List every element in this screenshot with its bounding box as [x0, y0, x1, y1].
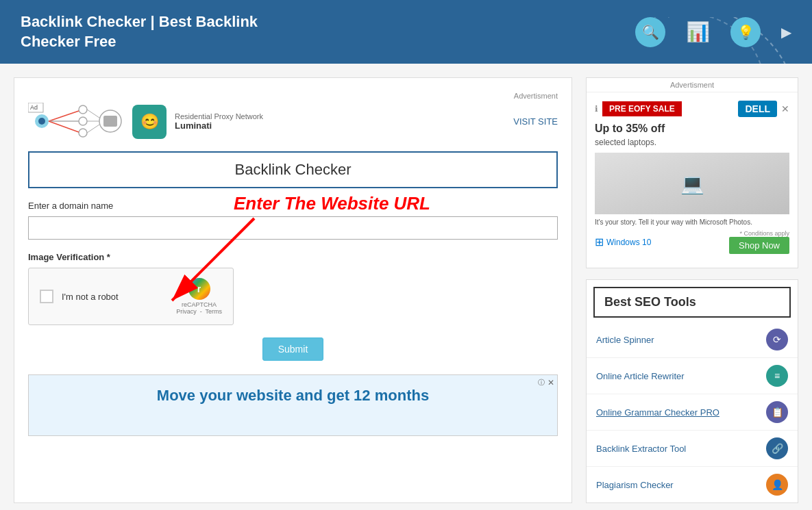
article-spinner-link[interactable]: Article Spinner: [596, 335, 654, 345]
shop-now-button[interactable]: Shop Now: [729, 237, 789, 254]
dell-ad-header: ℹ PRE EOFY SALE DELL ✕: [595, 101, 789, 117]
right-panel: Advertisment ℹ PRE EOFY SALE DELL ✕ Up t…: [586, 77, 798, 503]
bottom-ad-text: Move your website and get 12 months: [40, 386, 546, 406]
seo-tool-item-rewriter[interactable]: Online Article Rewriter ≡: [587, 358, 798, 394]
grammar-checker-link[interactable]: Online Grammar Checker PRO: [596, 407, 719, 418]
network-diagram: Ad: [28, 103, 124, 140]
seo-tool-item-grammar[interactable]: Online Grammar Checker PRO 📋: [587, 394, 798, 431]
svg-line-7: [49, 121, 79, 132]
rewriter-icon: ≡: [766, 365, 788, 387]
dell-footer-text: It's your story. Tell it your way with M…: [595, 218, 789, 226]
cursor-icon: ▶: [781, 24, 791, 40]
header-title-line1: Backlink Checker | Best Backlink: [21, 13, 258, 30]
bottom-ad: ⓘ ✕ Move your website and get 12 months: [28, 374, 558, 436]
plagiarism-icon: 👤: [766, 474, 788, 496]
header-icons: 🔍 📊 💡 ▶: [635, 17, 791, 47]
bottom-ad-info: ⓘ: [538, 378, 545, 387]
recaptcha-brand: reCAPTCHA: [176, 301, 222, 308]
left-panel: Advertisment Ad: [14, 77, 572, 503]
article-rewriter-link[interactable]: Online Article Rewriter: [596, 371, 685, 381]
recaptcha-logo: r: [188, 278, 210, 300]
visit-site-link[interactable]: VISIT SITE: [513, 116, 558, 127]
right-ad-label: Advertisment: [587, 78, 798, 92]
dell-footer: ⊞ Windows 10 * Conditions apply Shop Now: [595, 230, 789, 254]
left-ad-label: Advertisment: [28, 92, 558, 100]
domain-input[interactable]: [28, 216, 558, 240]
extractor-icon: 🔗: [766, 437, 788, 459]
plagiarism-checker-link[interactable]: Plagiarism Checker: [596, 480, 674, 490]
header-title: Backlink Checker | Best Backlink Checker…: [21, 12, 258, 51]
backlink-extractor-link[interactable]: Backlink Extractor Tool: [596, 444, 686, 454]
dell-ad-offer: Up to 35% off: [595, 123, 789, 135]
header-title-line2: Checker Free: [21, 33, 116, 50]
dell-ad: ℹ PRE EOFY SALE DELL ✕ Up to 35% off sel…: [587, 92, 798, 268]
ad-network-sub: Residential Proxy Network: [175, 112, 263, 120]
dell-logo: DELL: [738, 101, 777, 117]
recaptcha-right: r reCAPTCHA Privacy - Terms: [176, 278, 222, 315]
seo-tool-item-plagiarism[interactable]: Plagiarism Checker 👤: [587, 467, 798, 502]
ad-bar: Ad 😊 Residential Proxy Network Luminati …: [28, 103, 558, 140]
domain-label: Enter a domain name: [28, 201, 558, 211]
header: Backlink Checker | Best Backlink Checker…: [0, 0, 812, 64]
svg-rect-9: [103, 116, 117, 127]
svg-line-10: [87, 110, 99, 118]
bulb-icon: 💡: [730, 17, 761, 47]
svg-point-1: [38, 118, 45, 125]
terms-link[interactable]: Terms: [206, 308, 223, 315]
seo-tool-item-extractor[interactable]: Backlink Extractor Tool 🔗: [587, 431, 798, 467]
dell-close-icon[interactable]: ✕: [781, 103, 789, 114]
dell-ad-sub: selected laptops.: [595, 138, 789, 147]
grammar-checker-label: Online Grammar Checker PRO: [596, 407, 719, 418]
recaptcha-checkbox[interactable]: [40, 290, 53, 303]
search-icon: 🔍: [635, 17, 665, 47]
ad-network-name: Luminati: [175, 120, 263, 131]
right-ad: Advertisment ℹ PRE EOFY SALE DELL ✕ Up t…: [586, 77, 798, 268]
checker-title: Backlink Checker: [28, 151, 558, 188]
dell-sale-badge: PRE EOFY SALE: [602, 101, 682, 116]
recaptcha-text: I'm not a robot: [62, 292, 119, 302]
bottom-ad-close[interactable]: ✕: [548, 378, 554, 387]
svg-point-2: [79, 105, 87, 114]
svg-line-12: [87, 125, 99, 133]
conditions-text: * Conditions apply: [729, 230, 789, 237]
privacy-link[interactable]: Privacy: [176, 308, 197, 315]
chart-icon: 📊: [686, 21, 710, 43]
svg-point-3: [79, 117, 87, 125]
seo-tools-box: Best SEO Tools Article Spinner ⟳ Online …: [586, 279, 798, 503]
svg-point-4: [79, 129, 87, 137]
windows-label: Windows 10: [606, 238, 651, 247]
image-verification-label: Image Verification *: [28, 252, 558, 262]
recaptcha-box[interactable]: I'm not a robot r reCAPTCHA Privacy - Te…: [28, 268, 234, 325]
luminati-logo: 😊: [132, 105, 167, 139]
submit-button[interactable]: Submit: [262, 337, 324, 361]
ad-network-info: Residential Proxy Network Luminati: [175, 112, 263, 131]
main-container: Advertisment Ad: [0, 64, 812, 510]
grammar-icon: 📋: [766, 401, 788, 423]
dell-laptop-img: 💻: [595, 153, 789, 214]
seo-tool-item-spinner[interactable]: Article Spinner ⟳: [587, 322, 798, 358]
recaptcha-left: I'm not a robot: [40, 290, 119, 303]
dell-info-icon: ℹ: [595, 104, 598, 114]
recaptcha-links: Privacy - Terms: [176, 308, 222, 315]
seo-tools-title: Best SEO Tools: [593, 287, 791, 318]
svg-line-5: [49, 111, 79, 121]
spinner-icon: ⟳: [766, 329, 788, 350]
svg-text:Ad: Ad: [30, 104, 38, 111]
windows-logo: ⊞ Windows 10: [595, 235, 651, 248]
